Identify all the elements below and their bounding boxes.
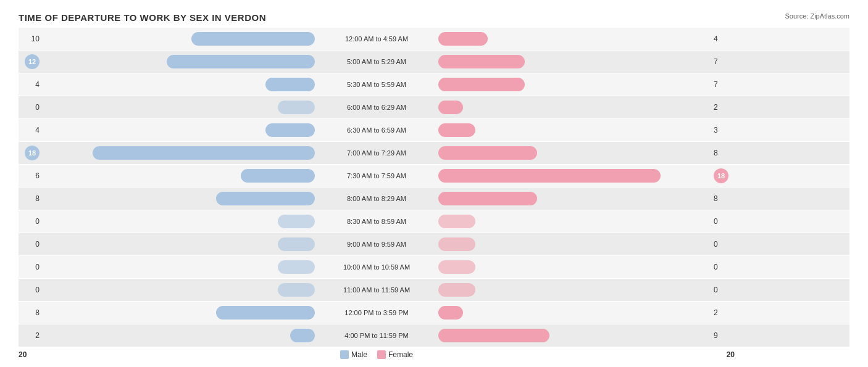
left-bar-area [43,101,315,114]
right-bar-area [438,55,710,68]
male-bar [278,215,315,228]
female-bar [438,32,488,46]
chart-area: 10 12:00 AM to 4:59 AM 4 12 5:00 AM to 5… [19,28,849,347]
axis-val-left: 20 [19,350,27,359]
time-label: 11:00 AM to 11:59 AM [315,286,438,294]
male-value: 0 [19,217,43,226]
female-value: 8 [710,194,735,203]
axis-val-right: 20 [727,350,735,359]
table-row: 0 10:00 AM to 10:59 AM 0 [19,256,849,278]
male-bar [290,329,315,342]
female-value: 9 [710,331,735,340]
time-label: 5:00 AM to 5:29 AM [315,58,438,65]
legend-male-label: Male [351,350,367,359]
male-value: 6 [19,171,43,180]
table-row: 0 8:30 AM to 8:59 AM 0 [19,210,849,233]
table-row: 6 7:30 AM to 7:59 AM 18 [19,165,849,187]
left-bar-area [43,146,315,160]
left-bar-area [43,55,315,68]
table-row: 4 6:30 AM to 6:59 AM 3 [19,119,849,141]
right-bar-area [438,260,710,274]
male-value: 0 [19,103,43,112]
male-bar [278,101,315,114]
female-bar [438,329,549,342]
time-label: 7:00 AM to 7:29 AM [315,149,438,157]
right-bar-area [438,169,710,183]
right-bar-area [438,101,710,114]
female-bar [438,123,475,137]
right-bar-area [438,146,710,160]
left-bar-area [43,237,315,251]
time-label: 9:00 AM to 9:59 AM [315,241,438,248]
legend-female: Female [377,350,413,359]
right-bar-area [438,78,710,91]
right-bar-area [438,32,710,46]
legend-male-box [340,350,349,359]
chart-container: TIME OF DEPARTURE TO WORK BY SEX IN VERD… [0,0,868,367]
male-value: 18 [19,146,43,160]
male-value: 8 [19,194,43,203]
female-bar [438,146,537,160]
female-value: 0 [710,217,735,226]
male-bar [191,32,315,46]
left-bar-area [43,260,315,274]
female-value: 0 [710,263,735,271]
male-value: 10 [19,35,43,43]
axis-left: 20 [19,350,315,359]
male-bar [216,192,315,205]
time-label: 5:30 AM to 5:59 AM [315,81,438,88]
male-value: 12 [19,54,43,69]
table-row: 8 8:00 AM to 8:29 AM 8 [19,188,849,210]
left-bar-area [43,78,315,91]
female-value: 18 [710,168,735,183]
female-value: 8 [710,149,735,157]
female-value: 4 [710,35,735,43]
female-value: 2 [710,103,735,112]
time-label: 6:00 AM to 6:29 AM [315,104,438,111]
chart-title: TIME OF DEPARTURE TO WORK BY SEX IN VERD… [19,12,849,23]
legend-male: Male [340,350,367,359]
male-bar [167,55,315,68]
right-bar-area [438,283,710,297]
female-value: 0 [710,286,735,294]
right-bar-area [438,123,710,137]
female-value: 2 [710,308,735,317]
source-text: Source: ZipAtlas.com [785,12,849,20]
axis-right: 20 [438,350,735,359]
table-row: 8 12:00 PM to 3:59 PM 2 [19,302,849,324]
table-row: 12 5:00 AM to 5:29 AM 7 [19,51,849,73]
male-bar [241,169,315,183]
legend-female-box [377,350,386,359]
female-bar [438,169,661,183]
right-bar-area [438,237,710,251]
male-bar [278,237,315,251]
male-value: 8 [19,308,43,317]
right-bar-area [438,329,710,342]
table-row: 0 6:00 AM to 6:29 AM 2 [19,96,849,118]
left-bar-area [43,169,315,183]
female-bar [438,78,525,91]
legend-area: Male Female [315,350,438,359]
female-value: 3 [710,126,735,134]
time-label: 10:00 AM to 10:59 AM [315,263,438,271]
right-bar-area [438,192,710,205]
female-bar [438,283,475,297]
table-row: 18 7:00 AM to 7:29 AM 8 [19,142,849,164]
table-row: 0 11:00 AM to 11:59 AM 0 [19,279,849,301]
time-label: 8:30 AM to 8:59 AM [315,218,438,225]
legend-female-label: Female [388,350,413,359]
female-bar [438,260,475,274]
male-value: 4 [19,80,43,89]
female-value: 7 [710,57,735,66]
male-value: 0 [19,286,43,294]
time-label: 12:00 AM to 4:59 AM [315,35,438,43]
time-label: 12:00 PM to 3:59 PM [315,309,438,316]
table-row: 4 5:30 AM to 5:59 AM 7 [19,73,849,96]
male-bar [265,123,315,137]
left-bar-area [43,306,315,320]
male-bar [278,283,315,297]
time-label: 8:00 AM to 8:29 AM [315,195,438,202]
male-value: 0 [19,240,43,249]
left-bar-area [43,215,315,228]
left-bar-area [43,329,315,342]
